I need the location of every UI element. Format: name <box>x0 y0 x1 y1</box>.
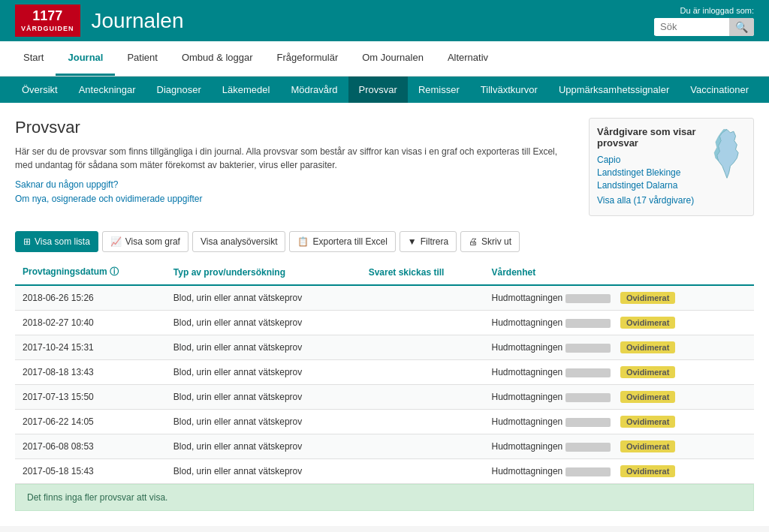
btn-filtrera[interactable]: ▼ Filtrera <box>400 231 457 252</box>
logo-number: 1177 <box>21 8 74 25</box>
nav-oversikt[interactable]: Översikt <box>11 77 68 103</box>
col-sent: Svaret skickas till <box>361 260 484 285</box>
header-right: Du är inloggad som: 🔍 <box>654 6 754 36</box>
cell-type: Blod, urin eller annat vätskeprov <box>166 360 361 385</box>
filter-icon: ▼ <box>408 236 417 247</box>
unit-blurred <box>565 368 611 377</box>
nav-frageformular[interactable]: Frågeformulär <box>265 41 351 76</box>
table-row[interactable]: 2017-08-18 13:43 Blod, urin eller annat … <box>15 360 754 385</box>
nav-anteckningar[interactable]: Anteckningar <box>68 77 146 103</box>
nav-modravard[interactable]: Mödravård <box>280 77 348 103</box>
cell-unit: Hudmottagningen Ovidimerat <box>484 410 755 434</box>
cell-sent <box>361 285 484 311</box>
col-date[interactable]: Provtagningsdatum ⓘ <box>15 260 166 285</box>
nav-journal[interactable]: Journal <box>56 41 115 76</box>
nav-provsvar[interactable]: Provsvar <box>348 77 408 103</box>
app-title: Journalen <box>92 9 654 33</box>
search-input[interactable] <box>654 18 729 35</box>
btn-graf[interactable]: 📈 Visa som graf <box>102 231 188 252</box>
cell-sent <box>361 434 484 459</box>
unit-blurred <box>565 393 611 402</box>
provsvar-table: Provtagningsdatum ⓘ Typ av prov/undersök… <box>15 260 754 484</box>
page-header-left: Provsvar Här ser du de provsvar som finn… <box>15 118 574 216</box>
btn-excel-label: Exportera till Excel <box>312 236 387 247</box>
toolbar: ⊞ Visa som lista 📈 Visa som graf Visa an… <box>15 231 754 252</box>
provider-box-title: Vårdgivare som visarprovsvar <box>597 126 702 149</box>
col-unit: Vårdenhet <box>484 260 755 285</box>
provider-show-all[interactable]: Visa alla (17 vårdgivare) <box>597 195 702 206</box>
provider-blekinge[interactable]: Landstinget Blekinge <box>597 167 702 178</box>
link-saknar[interactable]: Saknar du någon uppgift? <box>15 179 574 190</box>
cell-date: 2017-05-18 15:43 <box>15 459 166 484</box>
search-box: 🔍 <box>654 18 754 36</box>
page-header-right: Vårdgivare som visarprovsvar Capio Lands… <box>589 118 754 216</box>
cell-date: 2017-07-13 15:50 <box>15 385 166 410</box>
cell-type: Blod, urin eller annat vätskeprov <box>166 285 361 311</box>
btn-filtrera-label: Filtrera <box>421 236 448 247</box>
nav-patient[interactable]: Patient <box>115 41 169 76</box>
status-badge: Ovidimerat <box>620 416 675 428</box>
logo-subtitle: VÅRDGUIDEN <box>21 25 74 33</box>
cell-sent <box>361 410 484 434</box>
btn-skriv-ut-label: Skriv ut <box>481 236 511 247</box>
logged-in-label: Du är inloggad som: <box>680 6 754 15</box>
btn-skriv-ut[interactable]: 🖨 Skriv ut <box>460 231 520 252</box>
cell-sent <box>361 311 484 335</box>
cell-sent <box>361 459 484 484</box>
nav-ombud[interactable]: Ombud & loggar <box>170 41 265 76</box>
col-type: Typ av prov/undersökning <box>166 260 361 285</box>
btn-lista[interactable]: ⊞ Visa som lista <box>15 231 98 252</box>
cell-unit: Hudmottagningen Ovidimerat <box>484 285 755 311</box>
cell-type: Blod, urin eller annat vätskeprov <box>166 410 361 434</box>
cell-type: Blod, urin eller annat vätskeprov <box>166 311 361 335</box>
status-badge: Ovidimerat <box>620 465 675 477</box>
nav-tillvaxtkurvor[interactable]: Tillväxtkurvor <box>470 77 548 103</box>
btn-lista-label: Visa som lista <box>35 236 90 247</box>
nav-vaccinationer[interactable]: Vaccinationer <box>680 77 759 103</box>
cell-unit: Hudmottagningen Ovidimerat <box>484 360 755 385</box>
cell-date: 2018-06-26 15:26 <box>15 285 166 311</box>
table-row[interactable]: 2017-05-18 15:43 Blod, urin eller annat … <box>15 459 754 484</box>
nav-primary: Start Journal Patient Ombud & loggar Frå… <box>0 41 769 77</box>
provider-box: Vårdgivare som visarprovsvar Capio Lands… <box>589 118 754 216</box>
cell-date: 2017-06-22 14:05 <box>15 410 166 434</box>
status-badge: Ovidimerat <box>620 440 675 452</box>
nav-alternativ[interactable]: Alternativ <box>436 41 500 76</box>
btn-excel[interactable]: 📋 Exportera till Excel <box>289 231 395 252</box>
nav-uppmarksamhetssignaler[interactable]: Uppmärksamhetssignaler <box>548 77 680 103</box>
graf-icon: 📈 <box>110 236 122 247</box>
status-badge: Ovidimerat <box>620 292 675 304</box>
table-row[interactable]: 2018-02-27 10:40 Blod, urin eller annat … <box>15 311 754 335</box>
cell-unit: Hudmottagningen Ovidimerat <box>484 434 755 459</box>
btn-analysovs-label: Visa analysöversikt <box>201 236 278 247</box>
header: 1177 VÅRDGUIDEN Journalen Du är inloggad… <box>0 0 769 41</box>
logo: 1177 VÅRDGUIDEN <box>15 5 80 36</box>
cell-unit: Hudmottagningen Ovidimerat <box>484 335 755 360</box>
cell-date: 2017-08-18 13:43 <box>15 360 166 385</box>
nav-om-journalen[interactable]: Om Journalen <box>350 41 436 76</box>
unit-blurred <box>565 319 611 328</box>
print-icon: 🖨 <box>469 236 478 247</box>
status-badge: Ovidimerat <box>620 317 675 329</box>
nav-start[interactable]: Start <box>11 41 56 76</box>
provider-dalarna[interactable]: Landstinget Dalarna <box>597 180 702 191</box>
table-row[interactable]: 2018-06-26 15:26 Blod, urin eller annat … <box>15 285 754 311</box>
cell-sent <box>361 385 484 410</box>
table-row[interactable]: 2017-10-24 15:31 Blod, urin eller annat … <box>15 335 754 360</box>
cell-sent <box>361 335 484 360</box>
unit-blurred <box>565 443 611 452</box>
cell-type: Blod, urin eller annat vätskeprov <box>166 385 361 410</box>
table-row[interactable]: 2017-07-13 15:50 Blod, urin eller annat … <box>15 385 754 410</box>
excel-icon: 📋 <box>297 236 309 247</box>
table-row[interactable]: 2017-06-22 14:05 Blod, urin eller annat … <box>15 410 754 434</box>
provider-capio[interactable]: Capio <box>597 155 702 165</box>
nav-lakemedel[interactable]: Läkemedel <box>212 77 281 103</box>
btn-analysovs[interactable]: Visa analysöversikt <box>192 231 286 252</box>
cell-date: 2017-10-24 15:31 <box>15 335 166 360</box>
search-button[interactable]: 🔍 <box>729 18 754 36</box>
cell-type: Blod, urin eller annat vätskeprov <box>166 459 361 484</box>
table-row[interactable]: 2017-06-08 08:53 Blod, urin eller annat … <box>15 434 754 459</box>
nav-remisser[interactable]: Remisser <box>408 77 470 103</box>
link-osignerade[interactable]: Om nya, osignerade och ovidimerade uppgi… <box>15 194 574 204</box>
nav-diagnoser[interactable]: Diagnoser <box>146 77 212 103</box>
